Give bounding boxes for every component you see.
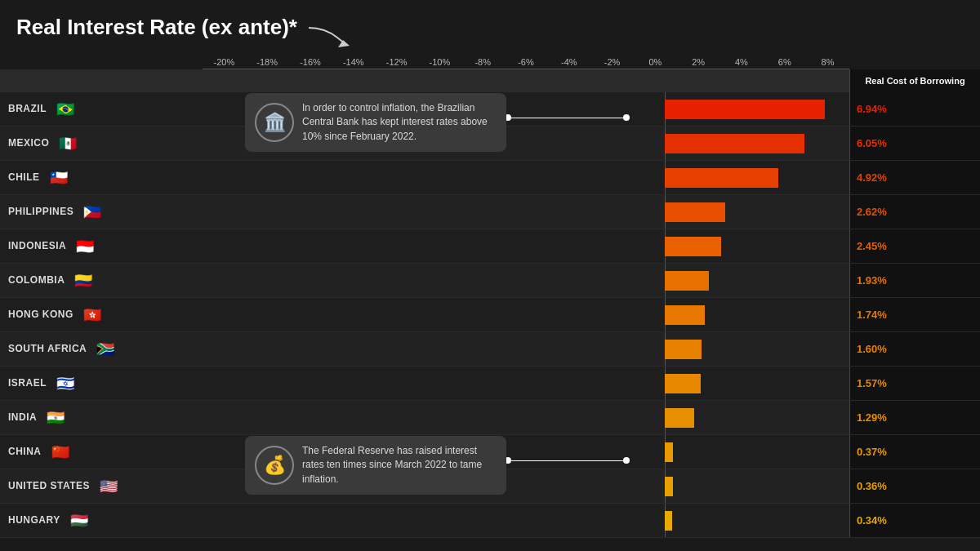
country-cell: CHINA🇨🇳 (0, 440, 203, 464)
axis-label: -2% (590, 57, 634, 67)
chart-cell (203, 504, 849, 537)
axis-label: -4% (547, 57, 590, 67)
annotation-line (506, 460, 625, 461)
header-value-cell: Real Cost of Borrowing (849, 69, 980, 92)
annotation-text: The Federal Reserve has raised interest … (302, 444, 497, 487)
country-cell: INDIA🇮🇳 (0, 406, 203, 430)
bar (665, 374, 701, 393)
chart-cell (203, 229, 849, 263)
table-row: INDIA🇮🇳1.29% (0, 401, 980, 435)
country-cell: ISRAEL🇮🇱 (0, 371, 203, 396)
country-cell: SOUTH AFRICA🇿🇦 (0, 337, 203, 362)
value-cell: 1.60% (849, 332, 980, 366)
table-row: INDONESIA🇮🇩2.45% (0, 229, 980, 264)
svg-marker-0 (338, 40, 350, 47)
axis-label: -10% (418, 57, 461, 67)
country-cell: HUNGARY🇭🇺 (0, 509, 203, 533)
value-cell: 6.94% (849, 92, 980, 126)
value-cell: 2.62% (849, 195, 980, 229)
country-name: COLOMBIA (8, 275, 65, 286)
chart-cell (203, 195, 849, 229)
axis-label: -16% (289, 57, 332, 67)
annotation-dot (623, 457, 630, 464)
bar (665, 511, 673, 531)
axis-label: -20% (203, 57, 246, 67)
flag-icon: 🇺🇸 (96, 474, 121, 499)
annotation-line (506, 118, 625, 118)
axis-label: -14% (332, 57, 375, 67)
arrow-icon (301, 21, 366, 51)
country-name: MEXICO (8, 138, 49, 149)
flag-icon: 🇵🇭 (80, 200, 105, 224)
country-name: INDIA (8, 412, 37, 423)
table-row: HUNGARY🇭🇺0.34% (0, 504, 980, 538)
table-row: COLOMBIA🇨🇴1.93% (0, 264, 980, 298)
table-row: CHILE🇨🇱4.92% (0, 161, 980, 195)
bar (665, 134, 804, 153)
country-cell: COLOMBIA🇨🇴 (0, 269, 203, 293)
table-row: HONG KONG🇭🇰1.74% (0, 298, 980, 332)
flag-icon: 🇲🇽 (56, 131, 80, 156)
chart-cell (203, 161, 849, 194)
flag-icon: 🇭🇺 (67, 509, 91, 533)
value-cell: 0.36% (849, 469, 980, 503)
bar (665, 100, 825, 119)
country-name: CHILE (8, 172, 40, 183)
annotation-box: 🏛️In order to control inflation, the Bra… (245, 93, 506, 152)
flag-icon: 🇭🇰 (80, 303, 105, 327)
annotation-icon: 🏛️ (255, 103, 294, 142)
title-area: Real Interest Rate (ex ante)* (0, 0, 980, 57)
bar (665, 442, 673, 462)
chart-cell (203, 264, 849, 297)
country-name: ISRAEL (8, 378, 47, 389)
value-cell: 0.37% (849, 435, 980, 469)
flag-icon: 🇧🇷 (53, 97, 78, 122)
flag-icon: 🇨🇴 (71, 269, 96, 293)
bar (665, 408, 694, 428)
country-cell: HONG KONG🇭🇰 (0, 303, 203, 327)
flag-icon: 🇮🇱 (53, 371, 78, 396)
value-cell: 4.92% (849, 161, 980, 194)
axis-label: 4% (720, 57, 764, 67)
country-name: SOUTH AFRICA (8, 344, 87, 354)
country-name: BRAZIL (8, 104, 47, 114)
axis-label: 8% (806, 57, 849, 67)
annotation-text: In order to control inflation, the Brazi… (302, 101, 497, 144)
country-name: UNITED STATES (8, 481, 90, 491)
country-name: HUNGARY (8, 515, 60, 526)
value-cell: 2.45% (849, 229, 980, 263)
bar (665, 168, 778, 188)
country-cell: MEXICO🇲🇽 (0, 131, 203, 156)
axis-label: -6% (505, 57, 548, 67)
country-cell: UNITED STATES🇺🇸 (0, 474, 203, 499)
chart-cell (203, 298, 849, 331)
bar (665, 237, 721, 256)
annotation-dot (623, 114, 630, 121)
header-row: Real Cost of Borrowing (0, 69, 980, 92)
chart-cell (203, 401, 849, 434)
chart-cell (203, 332, 849, 366)
annotation-icon: 💰 (255, 446, 294, 485)
value-cell: 1.93% (849, 264, 980, 297)
chart-cell (203, 367, 849, 400)
bar (665, 271, 710, 291)
country-name: CHINA (8, 447, 42, 457)
flag-icon: 🇮🇩 (73, 234, 97, 259)
flag-icon: 🇮🇳 (43, 406, 68, 430)
country-name: HONG KONG (8, 309, 74, 320)
bar (665, 305, 705, 325)
axis-label: 6% (763, 57, 806, 67)
annotation-box: 💰The Federal Reserve has raised interest… (245, 436, 506, 495)
country-name: PHILIPPINES (8, 207, 74, 217)
country-cell: PHILIPPINES🇵🇭 (0, 200, 203, 224)
value-cell: 1.29% (849, 401, 980, 434)
axis-label: -12% (375, 57, 418, 67)
value-cell: 1.57% (849, 367, 980, 400)
country-cell: CHILE🇨🇱 (0, 166, 203, 190)
country-cell: INDONESIA🇮🇩 (0, 234, 203, 259)
table-row: ISRAEL🇮🇱1.57% (0, 367, 980, 401)
flag-icon: 🇨🇳 (48, 440, 73, 464)
axis-label: -18% (246, 57, 289, 67)
country-name: INDONESIA (8, 241, 66, 251)
axis-label: 0% (634, 57, 677, 67)
